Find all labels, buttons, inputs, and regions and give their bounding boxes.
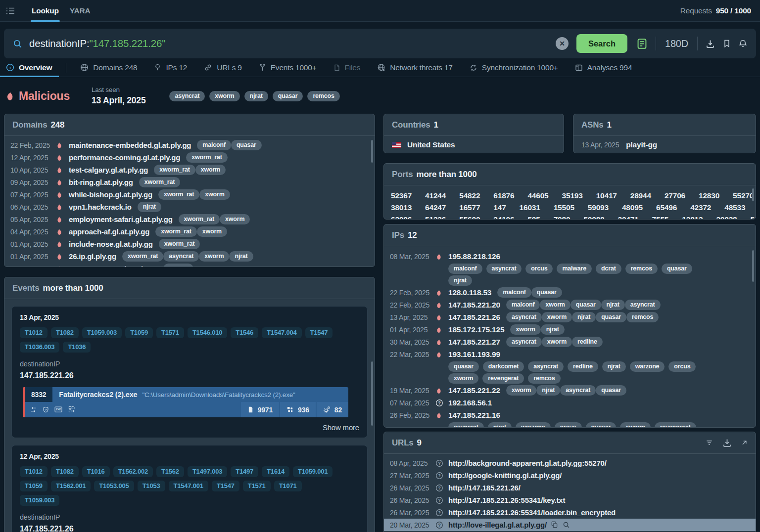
ip-row[interactable]: 13 Apr, 2025147.185.221.26asyncrat xworm… [390, 311, 751, 323]
malware-tag[interactable]: xworm_rat [122, 251, 163, 262]
scrollbar-thumb[interactable] [752, 250, 754, 282]
malware-tag[interactable]: remcos [528, 373, 560, 384]
port-value[interactable]: 41244 [425, 191, 446, 200]
malware-tag[interactable]: njrat [541, 324, 565, 335]
malware-tag[interactable]: remcos [625, 264, 658, 274]
asn-row[interactable]: 13 Apr, 2025playit-gg [581, 140, 657, 149]
port-value[interactable]: 10417 [596, 191, 617, 200]
external-link-icon[interactable] [741, 438, 748, 447]
port-value[interactable]: 20028 [716, 215, 737, 220]
malware-tag[interactable]: xworm_rat [155, 226, 196, 237]
malware-tag[interactable]: xworm [220, 214, 250, 224]
bookmark-icon[interactable] [723, 39, 731, 48]
ip-row[interactable]: 26 Feb, 2025147.185.221.16 [390, 409, 751, 421]
tab-overview[interactable]: Overview [6, 58, 52, 77]
port-value[interactable]: 55270 [733, 191, 754, 200]
mitre-tag[interactable]: T1547.001 [169, 481, 208, 491]
bell-icon[interactable] [739, 39, 747, 48]
malware-tag[interactable]: njrat [138, 202, 161, 212]
malware-tag[interactable]: dcrat [596, 264, 621, 274]
ip-row[interactable]: 01 Apr, 2025185.172.175.125xworm njrat [390, 323, 751, 336]
malware-tag[interactable]: redline [568, 361, 598, 372]
malware-tag[interactable]: malconf [197, 140, 231, 150]
malware-tag[interactable]: malware [557, 264, 592, 274]
malware-tag[interactable]: xworm_rat [158, 189, 199, 200]
malware-tag[interactable]: warzone [630, 361, 665, 372]
port-value[interactable]: 51226 [425, 215, 446, 220]
port-value[interactable]: 16577 [459, 203, 480, 212]
tab-ips[interactable]: IPs 12 [154, 58, 187, 77]
port-value[interactable]: 44605 [527, 191, 548, 200]
malware-tag[interactable]: njrat [602, 361, 626, 372]
mitre-tag[interactable]: T1571 [156, 327, 184, 338]
domain-row[interactable]: 06 Apr, 2025vpn1.hackcrack.ionjrat [10, 201, 370, 213]
mitre-tag[interactable]: T1082 [51, 327, 79, 338]
malware-tag[interactable]: remcos [307, 91, 339, 101]
port-value[interactable]: 147 [493, 203, 506, 212]
scrollbar-thumb[interactable] [752, 188, 754, 201]
malware-tag[interactable]: warzone [516, 422, 551, 428]
malware-tag[interactable]: xworm [542, 337, 572, 347]
malware-tag[interactable]: asyncrat [486, 264, 522, 274]
tab-urls[interactable]: URLs 9 [204, 58, 241, 77]
scrollbar-thumb[interactable] [371, 140, 373, 163]
domain-row[interactable]: 10 Apr, 2025test-calgary.gl.at.ply.ggxwo… [10, 164, 370, 176]
malware-tag[interactable]: njrat [601, 300, 625, 310]
malware-tag[interactable]: malconf [506, 300, 540, 310]
port-value[interactable]: 15505 [554, 203, 574, 212]
port-value[interactable]: 20471 [618, 215, 639, 220]
malware-tag[interactable]: orcus [525, 264, 553, 274]
malware-tag[interactable]: redline [572, 337, 603, 347]
port-value[interactable]: 55600 [459, 215, 480, 220]
port-value[interactable]: 35193 [562, 191, 583, 200]
malware-tag[interactable]: quasar [586, 422, 617, 428]
malware-tag[interactable]: asyncrat [506, 312, 542, 322]
malware-tag[interactable]: quasar [531, 287, 562, 298]
country-row[interactable]: United States [392, 140, 455, 149]
mitre-tag[interactable]: T1036 [63, 342, 91, 353]
mitre-tag[interactable]: T1059 [125, 327, 153, 338]
port-value[interactable]: 28944 [630, 191, 651, 200]
url-row[interactable]: 26 Mar, 2025?http://147.185.221.26:55341… [384, 494, 756, 506]
malware-tag[interactable]: xworm [620, 422, 650, 428]
malware-tag[interactable]: asyncrat [169, 91, 205, 101]
mitre-tag[interactable]: T1016 [82, 466, 110, 477]
ip-row[interactable]: 30 Mar, 2025147.185.221.27asyncrat xworm… [390, 336, 751, 348]
magnifier-icon[interactable] [563, 521, 570, 529]
search-button[interactable]: Search [576, 34, 627, 53]
malware-tag[interactable]: remcos [626, 312, 659, 322]
malware-tag[interactable]: xworm [506, 385, 536, 396]
malware-tag[interactable]: njrat [229, 251, 253, 262]
port-value[interactable]: 24106 [493, 215, 514, 220]
malware-tag[interactable]: orcus [668, 361, 696, 372]
mitre-tag[interactable]: T1059 [20, 481, 48, 491]
mitre-tag[interactable]: T1059.003 [20, 495, 59, 506]
malware-tag[interactable]: njrat [448, 275, 472, 286]
malware-tag[interactable]: revengerat [655, 422, 696, 428]
malware-tag[interactable]: xworm [209, 91, 239, 101]
mitre-tag[interactable]: T1547.004 [262, 327, 301, 338]
period-selector[interactable]: 180D [664, 38, 689, 49]
ip-row[interactable]: 22 Feb, 2025147.185.221.20malconf xworm … [390, 299, 751, 311]
port-value[interactable]: 62006 [391, 215, 412, 220]
mitre-tag[interactable]: T1571 [243, 481, 271, 491]
clear-search-button[interactable]: ✕ [556, 37, 569, 50]
url-row[interactable]: 27 Mar, 2025?http://google-knitting.gl.a… [384, 469, 756, 482]
tab-events[interactable]: Events 1000+ [259, 58, 317, 77]
ip-row[interactable]: 19 Mar, 2025147.185.221.22xworm njrat as… [390, 384, 751, 397]
port-value[interactable]: 505 [527, 215, 540, 220]
malware-tag[interactable]: asyncrat [528, 361, 564, 372]
malware-tag[interactable]: xworm_rat [154, 165, 195, 175]
port-value[interactable]: 7080 [554, 215, 570, 220]
mitre-tag[interactable]: T1546 [231, 327, 258, 338]
malware-tag[interactable]: quasar [596, 385, 626, 396]
port-value[interactable]: 48533 [724, 203, 745, 212]
malware-tag[interactable]: asyncrat [163, 251, 199, 262]
port-value[interactable]: 61876 [493, 191, 514, 200]
url-row[interactable]: 26 Mar, 2025?http://147.185.221.26/ [384, 482, 756, 494]
list-menu-icon[interactable] [6, 7, 15, 14]
tab-domains[interactable]: Domains 248 [80, 58, 137, 77]
ip-row[interactable]: 22 Mar, 2025193.161.193.99 [390, 348, 751, 360]
malware-tag[interactable]: quasar [570, 300, 601, 310]
scrollbar-thumb[interactable] [371, 361, 373, 426]
